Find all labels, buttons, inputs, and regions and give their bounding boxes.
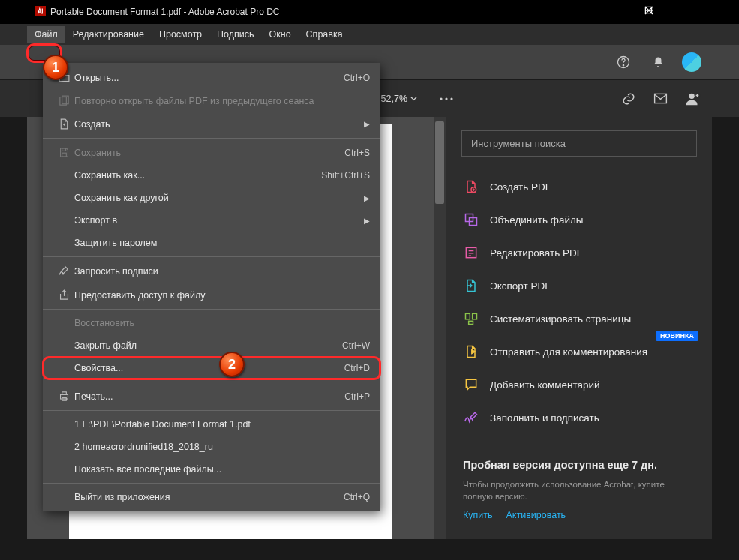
fill-sign-icon <box>463 409 479 426</box>
dd-show-recent[interactable]: Показать все последние файлы... <box>43 458 380 481</box>
svg-rect-31 <box>473 313 477 319</box>
dd-export[interactable]: Экспорт в ▶ <box>43 209 380 232</box>
sign-icon <box>53 265 74 278</box>
dd-save-as[interactable]: Сохранить как... Shift+Ctrl+S <box>43 164 380 187</box>
dd-request-sign[interactable]: Запросить подписи <box>43 259 380 283</box>
tool-label: Заполнить и подписать <box>490 412 599 424</box>
dd-recent-1[interactable]: 1 F:\PDF\Portable Document Format 1.pdf <box>43 413 380 436</box>
dd-close-file[interactable]: Закрыть файл Ctrl+W <box>43 334 380 357</box>
zoom-value: 52,7% <box>381 94 407 104</box>
trial-title: Пробная версия доступна еще 7 дн. <box>463 459 695 471</box>
dd-save[interactable]: Сохранить Ctrl+S <box>43 141 380 164</box>
close-button[interactable] <box>678 0 713 24</box>
tool-export-pdf[interactable]: Экспорт PDF <box>455 269 703 302</box>
tools-panel: Инструменты поиска Создать PDF Объединит… <box>446 117 712 539</box>
dd-create[interactable]: Создать ▶ <box>43 112 380 136</box>
separator <box>43 256 380 257</box>
save-icon <box>53 146 74 159</box>
callout-badge-1: 1 <box>43 55 68 80</box>
send-comment-icon <box>463 343 479 360</box>
dd-restore[interactable]: Восстановить <box>43 312 380 334</box>
add-person-icon[interactable] <box>685 91 701 107</box>
app-icon <box>35 6 46 16</box>
export-pdf-icon <box>463 277 479 294</box>
svg-rect-39 <box>60 394 68 399</box>
badge-new: НОВИНКА <box>656 331 698 341</box>
svg-point-14 <box>450 97 452 100</box>
menu-edit[interactable]: Редактирование <box>65 26 152 43</box>
titlebar: Portable Document Format 1.pdf - Adobe A… <box>0 0 739 24</box>
scrollbar-thumb[interactable] <box>435 121 444 204</box>
tool-label: Редактировать PDF <box>490 247 583 259</box>
separator <box>43 483 380 484</box>
tool-label: Отправить для комментирования <box>490 346 647 358</box>
share-icon <box>53 289 74 301</box>
trial-desc: Чтобы продолжить использование Acrobat, … <box>463 478 695 502</box>
svg-point-12 <box>440 97 442 100</box>
dd-open[interactable]: Открыть... Ctrl+O <box>43 66 380 89</box>
trial-activate-link[interactable]: Активировать <box>506 510 566 520</box>
combine-icon <box>463 211 479 228</box>
chevron-right-icon: ▶ <box>356 120 370 128</box>
menu-file[interactable]: Файл <box>27 26 65 43</box>
bell-icon[interactable] <box>647 52 668 73</box>
svg-rect-37 <box>62 148 65 151</box>
minimize-button[interactable] <box>609 0 644 24</box>
tool-label: Объединить файлы <box>490 214 584 226</box>
tool-label: Создать PDF <box>490 181 551 193</box>
dd-share[interactable]: Предоставить доступ к файлу <box>43 283 380 307</box>
svg-rect-40 <box>62 392 66 395</box>
menu-help[interactable]: Справка <box>299 26 350 43</box>
organize-icon <box>463 310 479 327</box>
dd-recent-2[interactable]: 2 homeacrordrunified18_2018_ru <box>43 436 380 458</box>
link-icon[interactable] <box>621 91 636 106</box>
file-dropdown: Открыть... Ctrl+O Повторно открыть файлы… <box>43 63 380 511</box>
add-comment-icon <box>463 376 479 393</box>
print-icon <box>53 390 74 403</box>
tool-combine[interactable]: Объединить файлы <box>455 203 703 236</box>
menubar: Файл Редактирование Просмотр Подпись Окн… <box>0 24 739 45</box>
tool-label: Добавить комментарий <box>490 379 600 391</box>
separator <box>43 382 380 382</box>
tool-send-comment[interactable]: НОВИНКА Отправить для комментирования <box>455 335 703 368</box>
tool-add-comment[interactable]: Добавить комментарий <box>455 368 703 401</box>
window-title: Portable Document Format 1.pdf - Adobe A… <box>50 7 279 17</box>
tool-fill-sign[interactable]: Заполнить и подписать <box>455 401 703 434</box>
dd-reopen[interactable]: Повторно открыть файлы PDF из предыдущег… <box>43 89 380 112</box>
menu-window[interactable]: Окно <box>262 26 299 43</box>
dd-print[interactable]: Печать... Ctrl+P <box>43 385 380 408</box>
create-pdf-icon <box>463 178 479 195</box>
edit-pdf-icon <box>463 244 479 261</box>
tools-search[interactable]: Инструменты поиска <box>461 130 697 157</box>
chevron-right-icon: ▶ <box>356 194 370 202</box>
more-icon[interactable] <box>438 96 455 102</box>
svg-point-6 <box>623 65 623 66</box>
menu-view[interactable]: Просмотр <box>152 26 209 43</box>
dd-save-other[interactable]: Сохранить как другой ▶ <box>43 187 380 209</box>
svg-rect-32 <box>469 321 473 324</box>
svg-rect-30 <box>466 313 470 319</box>
trial-buy-link[interactable]: Купить <box>463 510 493 520</box>
svg-point-16 <box>689 93 695 98</box>
zoom-level[interactable]: 52,7% <box>377 92 422 106</box>
dd-exit[interactable]: Выйти из приложения Ctrl+Q <box>43 486 380 508</box>
callout-badge-2: 2 <box>219 352 245 377</box>
scrollbar[interactable] <box>434 117 446 539</box>
dd-properties[interactable]: Свойства... Ctrl+D <box>43 357 380 379</box>
separator <box>43 410 380 411</box>
separator <box>43 138 380 139</box>
tool-create-pdf[interactable]: Создать PDF <box>455 170 703 203</box>
separator <box>43 309 380 310</box>
chevron-right-icon: ▶ <box>356 217 370 225</box>
mail-icon[interactable] <box>653 91 668 106</box>
create-icon <box>53 118 74 130</box>
dd-protect[interactable]: Защитить паролем <box>43 232 380 254</box>
chevron-down-icon <box>410 95 417 102</box>
svg-rect-38 <box>62 153 66 157</box>
avatar[interactable] <box>682 52 701 72</box>
divider <box>446 448 712 448</box>
help-icon[interactable] <box>613 52 634 73</box>
tool-label: Систематизировать страницы <box>490 313 631 325</box>
menu-sign[interactable]: Подпись <box>209 26 261 43</box>
tool-edit-pdf[interactable]: Редактировать PDF <box>455 236 703 269</box>
